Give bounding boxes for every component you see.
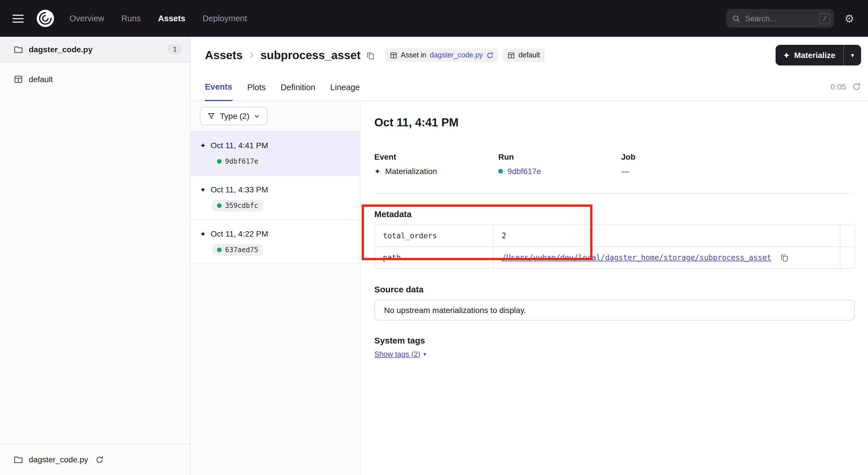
run-id: 637aed75 xyxy=(225,246,258,254)
asset-header: Assets subprocess_asset Asset in dagster… xyxy=(191,37,868,67)
metadata-table: total_orders 2 path /Users/yuhan/dev/loc… xyxy=(374,225,855,269)
caret-down-icon: ▾ xyxy=(851,51,854,59)
metadata-value: /Users/yuhan/dev/local/dagster_home/stor… xyxy=(493,247,840,269)
source-data-empty-state: No upstream materializations to display. xyxy=(374,300,855,321)
materialize-button[interactable]: ✦ Materialize xyxy=(775,45,844,65)
breadcrumb-assets[interactable]: Assets xyxy=(205,49,243,62)
event-timestamp: Oct 11, 4:22 PM xyxy=(211,229,268,238)
run-id: 9dbf617e xyxy=(225,157,258,166)
run-id-pill[interactable]: 359cdbfc xyxy=(212,200,263,211)
event-detail-panel: Oct 11, 4:41 PM Event ✦ Materialization … xyxy=(361,101,868,475)
menu-button[interactable] xyxy=(12,14,24,23)
type-filter-label: Type (2) xyxy=(220,112,249,121)
run-id-pill[interactable]: 637aed75 xyxy=(212,244,263,256)
asset-in-code-location-tag: Asset in dagster_code.py xyxy=(385,48,498,62)
job-icon xyxy=(390,51,397,59)
metadata-value: 2 xyxy=(493,225,840,247)
asset-tags: Asset in dagster_code.py default xyxy=(385,48,545,62)
event-column-label: Event xyxy=(374,152,498,161)
materialization-sparkle-icon: ✦ xyxy=(374,168,381,175)
materialization-sparkle-icon: ✦ xyxy=(200,186,206,193)
tab-events[interactable]: Events xyxy=(205,82,232,101)
nav-item-deployment[interactable]: Deployment xyxy=(203,14,247,23)
asset-group-icon xyxy=(507,51,515,59)
event-list-item[interactable]: ✦ Oct 11, 4:33 PM 359cdbfc xyxy=(191,176,360,220)
page-title-asset-name: subprocess_asset xyxy=(260,49,361,62)
hamburger-icon xyxy=(12,14,24,23)
reload-code-location-button[interactable] xyxy=(95,455,104,464)
top-navigation-bar: Overview Runs Assets Deployment Search..… xyxy=(0,0,868,37)
sidebar-footer-code-location: dagster_code.py xyxy=(0,443,190,475)
primary-nav: Overview Runs Assets Deployment xyxy=(69,14,247,23)
metadata-section-title: Metadata xyxy=(374,209,855,219)
materialize-dropdown-button[interactable]: ▾ xyxy=(844,45,861,65)
refresh-icon xyxy=(852,82,861,91)
materialize-button-group: ✦ Materialize ▾ xyxy=(775,45,861,65)
group-tag[interactable]: default xyxy=(503,48,545,62)
metadata-path-link[interactable]: /Users/yuhan/dev/local/dagster_home/stor… xyxy=(502,253,771,262)
group-tag-label: default xyxy=(518,51,540,59)
run-status-success-dot xyxy=(217,247,222,252)
event-type-value: Materialization xyxy=(385,167,437,176)
search-shortcut-badge: / xyxy=(819,13,830,24)
tab-definition[interactable]: Definition xyxy=(281,83,315,100)
sidebar-item-group-default[interactable]: default xyxy=(0,69,190,90)
tab-lineage[interactable]: Lineage xyxy=(330,83,360,100)
event-detail-title: Oct 11, 4:41 PM xyxy=(374,116,855,129)
nav-item-assets[interactable]: Assets xyxy=(158,14,185,23)
system-tags-section-title: System tags xyxy=(374,335,855,345)
event-summary-columns: Event ✦ Materialization Run 9dbf617e xyxy=(374,152,855,176)
nav-item-runs[interactable]: Runs xyxy=(121,14,141,23)
event-list-item[interactable]: ✦ Oct 11, 4:41 PM 9dbf617e xyxy=(191,131,360,176)
metadata-key: total_orders xyxy=(375,225,493,247)
metadata-spacer-cell xyxy=(840,247,855,269)
metadata-key: path xyxy=(375,247,493,269)
code-location-count-badge: 1 xyxy=(168,44,182,55)
asset-tag-code-location-link[interactable]: dagster_code.py xyxy=(430,51,483,59)
nav-item-overview[interactable]: Overview xyxy=(69,14,104,23)
footer-code-location-label: dagster_code.py xyxy=(29,455,88,464)
tab-plots[interactable]: Plots xyxy=(247,83,266,100)
copy-icon xyxy=(780,253,789,262)
dagster-app: Overview Runs Assets Deployment Search..… xyxy=(0,0,868,475)
dagster-logo-icon[interactable] xyxy=(36,9,55,28)
copy-path-button[interactable] xyxy=(780,253,789,262)
group-label: default xyxy=(29,75,53,84)
run-column-label: Run xyxy=(498,152,621,161)
copy-icon xyxy=(366,51,375,59)
event-list-panel: Type (2) ✦ Oct 11, 4:41 PM 9dbf617e xyxy=(191,101,361,475)
metadata-row: total_orders 2 xyxy=(375,225,855,247)
search-placeholder: Search... xyxy=(745,14,815,23)
refresh-button[interactable] xyxy=(852,82,861,91)
run-status-success-dot xyxy=(498,169,503,174)
run-status-success-dot xyxy=(217,203,222,208)
refresh-icon xyxy=(486,51,494,59)
sidebar-item-code-location[interactable]: dagster_code.py 1 xyxy=(0,37,190,63)
run-id: 359cdbfc xyxy=(225,202,258,210)
show-tags-label: Show tags (2) xyxy=(374,350,420,358)
reload-definitions-button[interactable] xyxy=(486,51,494,59)
folder-icon xyxy=(14,455,23,464)
run-status-success-dot xyxy=(217,159,222,164)
show-tags-toggle[interactable]: Show tags (2) ▾ xyxy=(374,350,426,358)
materialize-sparkle-icon: ✦ xyxy=(783,51,789,59)
event-list-item[interactable]: ✦ Oct 11, 4:22 PM 637aed75 xyxy=(191,220,360,264)
event-filter-strip: Type (2) xyxy=(191,101,360,131)
job-column-label: Job xyxy=(621,152,855,161)
type-filter-button[interactable]: Type (2) xyxy=(200,107,268,125)
settings-gear-icon[interactable]: ⚙ xyxy=(844,13,854,24)
metadata-row: path /Users/yuhan/dev/local/dagster_home… xyxy=(375,247,855,269)
asset-tag-prefix: Asset in xyxy=(401,51,426,59)
asset-tabs: Events Plots Definition Lineage 0:05 xyxy=(191,67,868,101)
search-input[interactable]: Search... / xyxy=(726,9,834,28)
run-id-pill[interactable]: 9dbf617e xyxy=(212,156,263,167)
run-id-link[interactable]: 9dbf617e xyxy=(507,167,541,176)
materialization-sparkle-icon: ✦ xyxy=(200,142,206,149)
metadata-spacer-cell xyxy=(840,225,855,247)
asset-detail-main: Assets subprocess_asset Asset in dagster… xyxy=(191,37,868,475)
filter-funnel-icon xyxy=(207,112,215,120)
code-location-label: dagster_code.py xyxy=(29,45,93,54)
copy-asset-name-button[interactable] xyxy=(366,51,375,59)
chevron-down-icon xyxy=(254,113,260,119)
materialization-sparkle-icon: ✦ xyxy=(200,230,206,237)
